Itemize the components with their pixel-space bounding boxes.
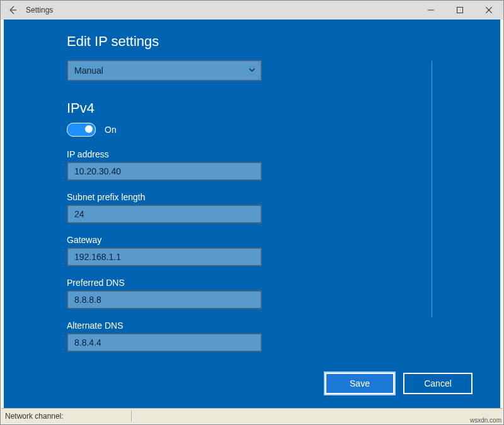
save-button-label: Save bbox=[350, 378, 370, 388]
gateway-input[interactable]: 192.168.1.1 bbox=[67, 247, 262, 266]
minimize-button[interactable] bbox=[416, 1, 445, 20]
ipv4-toggle-label: On bbox=[105, 125, 117, 135]
chevron-down-icon bbox=[248, 65, 256, 76]
subnet-prefix-value: 24 bbox=[74, 209, 84, 219]
settings-window: Settings Edit IP settings Manual bbox=[0, 0, 504, 425]
minimize-icon bbox=[428, 7, 434, 13]
titlebar: Settings bbox=[1, 1, 503, 20]
watermark: wsxdn.com bbox=[470, 417, 501, 424]
back-button[interactable] bbox=[1, 1, 25, 20]
svg-rect-2 bbox=[457, 8, 463, 13]
footer-strip: Network channel: bbox=[1, 408, 503, 424]
alternate-dns-input[interactable]: 8.8.4.4 bbox=[67, 333, 262, 352]
subnet-prefix-label: Subnet prefix length bbox=[67, 192, 500, 202]
ip-mode-select[interactable]: Manual bbox=[67, 60, 262, 81]
ipv4-toggle[interactable] bbox=[67, 123, 96, 137]
ip-address-label: IP address bbox=[67, 149, 500, 159]
ip-mode-selected-value: Manual bbox=[74, 65, 103, 76]
cancel-button[interactable]: Cancel bbox=[403, 373, 472, 394]
close-button[interactable] bbox=[474, 1, 503, 20]
alternate-dns-label: Alternate DNS bbox=[67, 320, 500, 331]
ipv4-heading: IPv4 bbox=[67, 100, 500, 116]
toggle-knob bbox=[85, 125, 93, 133]
maximize-icon bbox=[457, 7, 463, 13]
edit-ip-settings-modal: Edit IP settings Manual IPv4 On IP addre… bbox=[4, 20, 500, 408]
ip-address-value: 10.20.30.40 bbox=[74, 166, 121, 176]
cancel-button-label: Cancel bbox=[424, 378, 452, 388]
close-icon bbox=[486, 7, 492, 13]
alternate-dns-value: 8.8.4.4 bbox=[74, 337, 101, 348]
network-channel-label: Network channel: bbox=[5, 411, 132, 422]
preferred-dns-value: 8.8.8.8 bbox=[74, 295, 101, 305]
maximize-button[interactable] bbox=[445, 1, 474, 20]
arrow-left-icon bbox=[8, 5, 18, 15]
gateway-value: 192.168.1.1 bbox=[74, 252, 121, 262]
save-button[interactable]: Save bbox=[325, 373, 394, 394]
vertical-divider bbox=[432, 61, 432, 317]
preferred-dns-input[interactable]: 8.8.8.8 bbox=[67, 290, 262, 309]
ipv4-toggle-row: On bbox=[67, 123, 500, 137]
window-title: Settings bbox=[25, 6, 53, 14]
modal-title: Edit IP settings bbox=[67, 33, 500, 50]
gateway-label: Gateway bbox=[67, 235, 500, 245]
window-controls bbox=[416, 1, 503, 20]
subnet-prefix-input[interactable]: 24 bbox=[67, 205, 262, 224]
button-row: Save Cancel bbox=[325, 373, 472, 394]
preferred-dns-label: Preferred DNS bbox=[67, 278, 500, 288]
ip-address-input[interactable]: 10.20.30.40 bbox=[67, 162, 262, 181]
